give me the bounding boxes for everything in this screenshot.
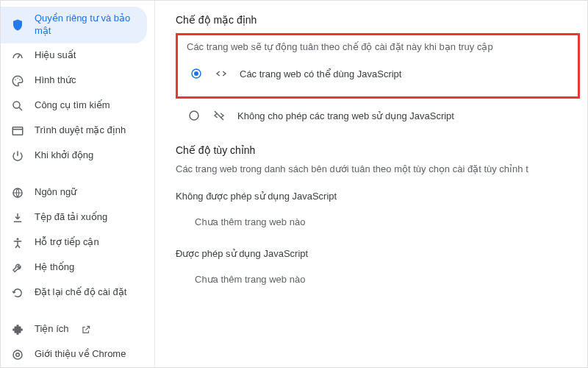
svg-point-1 xyxy=(15,79,16,81)
globe-icon xyxy=(11,186,24,199)
default-behavior-description: Các trang web sẽ tự động tuân theo chế đ… xyxy=(187,41,569,52)
custom-behavior-description: Các trang web trong danh sách bên dưới t… xyxy=(176,163,580,174)
sidebar-item-label: Giới thiệu về Chrome xyxy=(35,348,126,361)
svg-point-13 xyxy=(194,71,198,76)
wrench-icon xyxy=(11,261,24,275)
settings-window: Quyền riêng tư và bảo mật Hiệu suất Hình… xyxy=(0,0,588,368)
svg-point-14 xyxy=(190,111,198,120)
shield-icon xyxy=(11,18,24,32)
radio-allow-javascript[interactable]: Các trang web có thể dùng JavaScript xyxy=(187,63,569,85)
svg-point-10 xyxy=(13,350,22,359)
sidebar-item-label: Công cụ tìm kiếm xyxy=(35,99,110,112)
sidebar-item-reset-settings[interactable]: Đặt lại chế độ cài đặt xyxy=(1,280,147,305)
default-behavior-title: Chế độ mặc định xyxy=(176,14,580,26)
svg-point-4 xyxy=(13,102,20,108)
sidebar-item-label: Quyền riêng tư và bảo mật xyxy=(35,13,137,38)
svg-point-11 xyxy=(16,353,20,357)
radio-block-javascript[interactable]: Không cho phép các trang web sử dụng Jav… xyxy=(176,105,580,127)
allowed-sites-empty: Chưa thêm trang web nào xyxy=(176,263,580,289)
extension-icon xyxy=(11,323,24,336)
settings-content: Chế độ mặc định Các trang web sẽ tự động… xyxy=(155,1,587,367)
sidebar-item-languages[interactable]: Ngôn ngữ xyxy=(1,180,147,205)
sidebar-item-on-startup[interactable]: Khi khởi động xyxy=(1,144,147,169)
code-icon xyxy=(215,67,228,80)
svg-point-9 xyxy=(17,238,19,240)
sidebar-item-label: Ngôn ngữ xyxy=(35,186,76,199)
browser-window-icon xyxy=(11,124,24,138)
svg-line-5 xyxy=(19,107,22,110)
blocked-sites-empty: Chưa thêm trang web nào xyxy=(176,206,580,232)
sidebar-item-label: Trình duyệt mặc định xyxy=(35,124,126,137)
sidebar-item-label: Hệ thống xyxy=(35,261,74,274)
radio-label: Các trang web có thể dùng JavaScript xyxy=(240,68,401,79)
sidebar-item-about-chrome[interactable]: Giới thiệu về Chrome xyxy=(1,342,147,367)
sidebar-item-downloads[interactable]: Tệp đã tải xuống xyxy=(1,205,147,230)
palette-icon xyxy=(11,74,24,88)
sidebar-item-label: Đặt lại chế độ cài đặt xyxy=(35,286,126,299)
sidebar-item-system[interactable]: Hệ thống xyxy=(1,255,147,280)
svg-line-15 xyxy=(215,111,223,120)
sidebar-item-label: Hình thức xyxy=(35,74,76,87)
radio-button-selected-icon xyxy=(190,67,203,80)
svg-line-0 xyxy=(18,54,20,58)
reset-icon xyxy=(11,286,24,300)
sidebar-item-extensions[interactable]: Tiện ích xyxy=(1,317,147,342)
external-link-icon xyxy=(81,325,91,335)
sidebar-item-label: Tệp đã tải xuống xyxy=(35,211,107,224)
radio-label: Không cho phép các trang web sử dụng Jav… xyxy=(237,110,454,121)
sidebar-item-label: Hiệu suất xyxy=(35,49,76,62)
sidebar-item-performance[interactable]: Hiệu suất xyxy=(1,43,147,68)
sidebar-item-label: Khi khởi động xyxy=(35,149,93,162)
allowed-sites-heading: Được phép sử dụng JavaScript xyxy=(176,248,580,259)
svg-point-2 xyxy=(17,77,18,79)
sidebar-item-label: Tiện ích xyxy=(35,323,69,336)
sidebar-item-search-engine[interactable]: Công cụ tìm kiếm xyxy=(1,93,147,118)
blocked-sites-heading: Không được phép sử dụng JavaScript xyxy=(176,191,580,202)
annotation-highlight-box: Các trang web sẽ tự động tuân theo chế đ… xyxy=(176,33,580,99)
sidebar-item-accessibility[interactable]: Hỗ trợ tiếp cận xyxy=(1,230,147,255)
sidebar-item-default-browser[interactable]: Trình duyệt mặc định xyxy=(1,118,147,144)
sidebar-item-label: Hỗ trợ tiếp cận xyxy=(35,236,99,249)
sidebar-item-appearance[interactable]: Hình thức xyxy=(1,68,147,93)
radio-button-unselected-icon xyxy=(187,109,201,122)
custom-behavior-title: Chế độ tùy chỉnh xyxy=(176,144,580,156)
power-icon xyxy=(11,149,24,163)
search-icon xyxy=(11,99,24,113)
sidebar-item-privacy-security[interactable]: Quyền riêng tư và bảo mật xyxy=(1,7,147,43)
svg-point-3 xyxy=(19,79,21,81)
chrome-icon xyxy=(11,348,24,361)
svg-rect-6 xyxy=(12,127,23,135)
accessibility-icon xyxy=(11,236,24,250)
download-icon xyxy=(11,211,24,224)
settings-sidebar: Quyền riêng tư và bảo mật Hiệu suất Hình… xyxy=(1,1,155,367)
code-off-icon xyxy=(212,109,226,122)
speedometer-icon xyxy=(11,49,24,63)
